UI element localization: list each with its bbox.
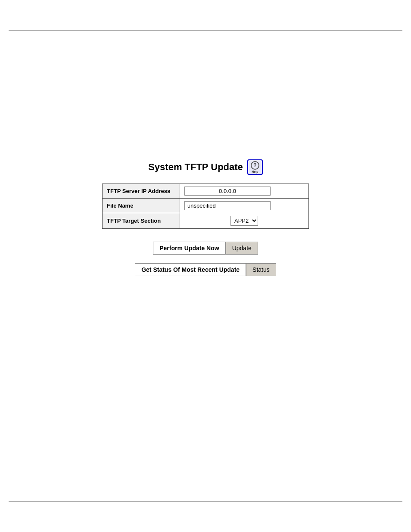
table-row: TFTP Server IP Address: [103, 184, 309, 199]
select-container: APP1 APP2 APP3: [184, 216, 304, 226]
target-section-cell: APP1 APP2 APP3: [180, 213, 309, 229]
help-label: Help: [252, 170, 258, 173]
help-button-inner: ? Help: [251, 161, 259, 173]
get-status-label: Get Status Of Most Recent Update: [135, 263, 246, 276]
status-button[interactable]: Status: [246, 263, 276, 276]
file-name-label: File Name: [103, 199, 180, 213]
target-section-label: TFTP Target Section: [103, 213, 180, 229]
update-button[interactable]: Update: [226, 242, 258, 255]
file-name-cell: [180, 199, 309, 213]
help-circle-icon: ?: [251, 161, 259, 170]
file-name-input[interactable]: [184, 201, 271, 210]
table-row: File Name: [103, 199, 309, 213]
tftp-server-input[interactable]: [184, 187, 271, 196]
perform-update-row: Perform Update Now Update: [153, 242, 258, 255]
main-content: System TFTP Update ? Help TFTP Server IP…: [0, 30, 411, 502]
tftp-server-label: TFTP Server IP Address: [103, 184, 180, 199]
perform-update-label: Perform Update Now: [153, 242, 225, 255]
form-table: TFTP Server IP Address File Name TFTP Ta…: [102, 184, 309, 229]
target-section-select[interactable]: APP1 APP2 APP3: [230, 216, 258, 226]
title-container: System TFTP Update ? Help: [148, 159, 263, 175]
help-button[interactable]: ? Help: [247, 159, 263, 175]
table-row: TFTP Target Section APP1 APP2 APP3: [103, 213, 309, 229]
tftp-server-cell: [180, 184, 309, 199]
get-status-row: Get Status Of Most Recent Update Status: [135, 263, 276, 276]
page-title: System TFTP Update: [148, 162, 243, 173]
